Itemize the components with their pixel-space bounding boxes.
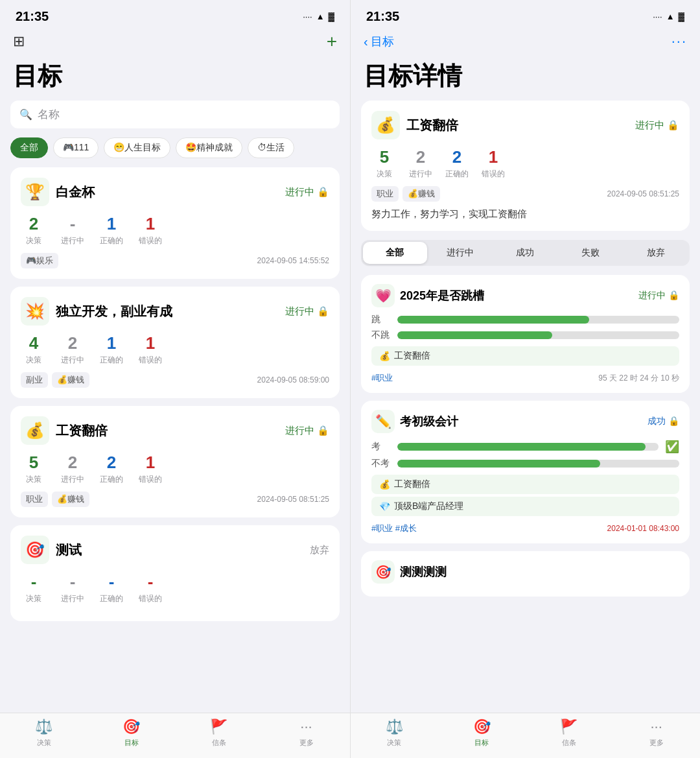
stat-wrong-4: - 错误的	[137, 572, 163, 604]
filter-tab-living[interactable]: ⏱生活	[248, 137, 294, 158]
stat-wrong-3: 1 错误的	[137, 453, 163, 485]
detail-tags: 职业 💰赚钱	[371, 186, 440, 202]
card-test[interactable]: 🎯 测试 放弃 - 决策 - 进行中 - 正确的	[10, 525, 340, 621]
stat-correct-4: - 正确的	[99, 572, 124, 604]
wifi-icon: ▲	[316, 12, 325, 21]
back-chevron: ‹	[364, 34, 368, 49]
filter-tab-all[interactable]: 全部	[10, 137, 48, 158]
nav-item-more-left[interactable]: ··· 更多	[287, 718, 326, 748]
battery-icon-right: ▓	[679, 12, 684, 21]
nav-goals-label-left: 目标	[124, 738, 139, 748]
detail-title-row: 💰 工资翻倍 进行中 🔒	[371, 111, 679, 139]
decision-parent-1: 💰 工资翻倍	[371, 346, 679, 366]
card-header-1: 🏆 白金杯 进行中 🔒	[21, 178, 329, 206]
card-status-4: 放弃	[310, 544, 329, 556]
stat-decisions-2: 4 决策	[21, 333, 47, 366]
cards-scroll-left[interactable]: 🏆 白金杯 进行中 🔒 2 决策 - 进行中 1 正确的	[0, 167, 350, 713]
option-label-exam: 考	[371, 441, 391, 453]
decision-card-2[interactable]: ✏️ 考初级会计 成功 🔒 考 ✅ 不考 💰 工资翻倍	[361, 401, 690, 543]
card-status-2: 进行中 🔒	[285, 305, 329, 318]
stat-correct-3: 2 正确的	[99, 453, 124, 485]
detail-tab-success[interactable]: 成功	[493, 242, 557, 264]
card-status-1: 进行中 🔒	[285, 186, 329, 198]
decision-name-2: 考初级会计	[400, 414, 458, 429]
detail-stat-wrong: 1 错误的	[480, 147, 506, 180]
card-tags-3: 职业 💰赚钱	[21, 492, 89, 507]
nav-item-goals-right[interactable]: 🎯 目标	[462, 718, 501, 748]
left-panel: 21:35 ···· ▲ ▓ ⊞ + 目标 🔍 名称 全部 🎮111 😁人生目标…	[0, 0, 350, 758]
decision-card-1[interactable]: 💗 2025年是否跳槽 进行中 🔒 跳 不跳 💰 工资翻倍	[361, 275, 690, 393]
detail-tab-inprogress[interactable]: 进行中	[428, 242, 493, 264]
nav-decisions-icon-right: ⚖️	[386, 718, 403, 735]
nav-goals-icon-left: 🎯	[122, 718, 140, 735]
decision-hashtag-2: #职业 #成长	[371, 523, 417, 534]
card-name-2: 独立开发，副业有成	[56, 303, 172, 320]
decision-status-2: 成功 🔒	[648, 416, 679, 427]
add-button[interactable]: +	[327, 31, 337, 52]
decision-header-1: 💗 2025年是否跳槽 进行中 🔒	[371, 284, 679, 307]
more-button[interactable]: ···	[671, 33, 687, 50]
card-footer-1: 🎮娱乐 2024-09-05 14:55:52	[21, 253, 329, 268]
detail-tab-failure[interactable]: 失败	[559, 242, 623, 264]
decision-status-1: 进行中 🔒	[638, 290, 679, 302]
nav-item-decisions-right[interactable]: ⚖️ 决策	[375, 718, 414, 748]
card-name-4: 测试	[56, 541, 82, 559]
nav-beliefs-icon-right: 🚩	[560, 718, 578, 735]
card-footer-2: 副业 💰赚钱 2024-09-05 08:59:00	[21, 372, 329, 388]
stat-inprogress-2: 2 进行中	[60, 333, 86, 366]
nav-item-decisions-left[interactable]: ⚖️ 决策	[25, 718, 64, 748]
filter-tab-spirit[interactable]: 🤩精神成就	[176, 137, 242, 158]
status-bar-right: 21:35 ···· ▲ ▓	[351, 0, 700, 29]
progress-bar-stay-bg	[397, 331, 679, 339]
card-title-row-1: 🏆 白金杯	[21, 178, 95, 206]
nav-decisions-icon-left: ⚖️	[35, 718, 52, 735]
bottom-nav-right: ⚖️ 决策 🎯 目标 🚩 信条 ··· 更多	[351, 713, 700, 758]
decision-header-2: ✏️ 考初级会计 成功 🔒	[371, 410, 679, 433]
nav-beliefs-icon-left: 🚩	[210, 718, 228, 735]
truncated-card[interactable]: 🎯 测测测测	[361, 551, 690, 597]
search-bar[interactable]: 🔍 名称	[10, 101, 340, 128]
header-right: ‹ 目标 ···	[351, 29, 700, 57]
nav-item-beliefs-right[interactable]: 🚩 信条	[550, 718, 589, 748]
filter-icon[interactable]: ⊞	[13, 33, 25, 50]
card-header-3: 💰 工资翻倍 进行中 🔒	[21, 416, 329, 445]
progress-bar-jump-bg	[397, 316, 679, 324]
card-tags-2: 副业 💰赚钱	[21, 372, 89, 388]
filter-tab-111[interactable]: 🎮111	[53, 137, 99, 158]
back-button[interactable]: ‹ 目标	[364, 34, 394, 49]
status-icons-right: ···· ▲ ▓	[653, 12, 684, 21]
nav-item-beliefs-left[interactable]: 🚩 信条	[200, 718, 239, 748]
card-title-row-2: 💥 独立开发，副业有成	[21, 297, 172, 326]
filter-tab-life[interactable]: 😁人生目标	[104, 137, 170, 158]
card-footer-3: 职业 💰赚钱 2024-09-05 08:51:25	[21, 492, 329, 507]
detail-name: 工资翻倍	[406, 117, 458, 134]
truncated-title-left: 🎯 测测测测	[371, 560, 447, 584]
decision-title-left-1: 💗 2025年是否跳槽	[371, 284, 484, 307]
decision-time-2: 2024-01-01 08:43:00	[607, 524, 679, 533]
card-tags-1: 🎮娱乐	[21, 253, 58, 268]
card-indie[interactable]: 💥 独立开发，副业有成 进行中 🔒 4 决策 2 进行中 1 正确的	[10, 287, 340, 398]
card-salary[interactable]: 💰 工资翻倍 进行中 🔒 5 决策 2 进行中 2 正确的	[10, 406, 340, 517]
nav-item-goals-left[interactable]: 🎯 目标	[112, 718, 151, 748]
progress-bar-exam-bg	[397, 443, 659, 451]
bottom-nav-left: ⚖️ 决策 🎯 目标 🚩 信条 ··· 更多	[0, 713, 350, 758]
decision-emoji-2: ✏️	[371, 410, 395, 433]
decision-hashtag-1: #职业	[371, 372, 393, 384]
detail-tab-all[interactable]: 全部	[363, 242, 427, 264]
decision-title-left-2: ✏️ 考初级会计	[371, 410, 458, 433]
header-left: ⊞ +	[0, 29, 350, 57]
nav-item-more-right[interactable]: ··· 更多	[637, 718, 676, 748]
detail-filter-tabs: 全部 进行中 成功 失败 放弃	[361, 240, 690, 266]
wifi-icon-right: ▲	[666, 12, 675, 21]
detail-tab-abandon[interactable]: 放弃	[624, 242, 688, 264]
card-baijinbei[interactable]: 🏆 白金杯 进行中 🔒 2 决策 - 进行中 1 正确的	[10, 167, 340, 279]
decision-name-1: 2025年是否跳槽	[400, 288, 484, 303]
scroll-area-right[interactable]: 💰 工资翻倍 进行中 🔒 5 决策 2 进行中 2 正确的	[351, 101, 700, 713]
detail-tag-career: 职业	[371, 186, 399, 202]
stat-wrong-1: 1 错误的	[137, 214, 163, 246]
decision-option-1-stay: 不跳	[371, 329, 679, 341]
card-stats-1: 2 决策 - 进行中 1 正确的 1 错误的	[21, 214, 329, 246]
nav-goals-label-right: 目标	[474, 738, 489, 748]
decision-emoji-1: 💗	[371, 284, 395, 307]
card-emoji-2: 💥	[21, 297, 49, 326]
